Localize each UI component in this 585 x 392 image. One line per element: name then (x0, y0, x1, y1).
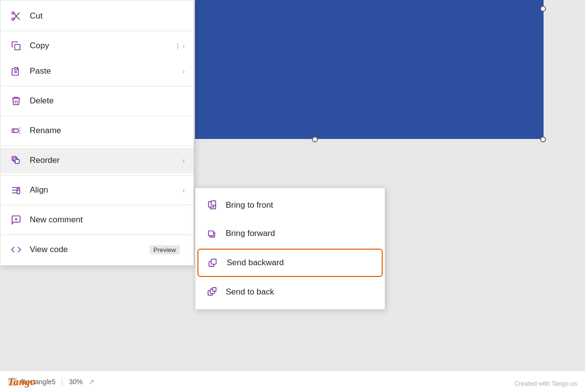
align-icon (9, 183, 23, 197)
svg-rect-26 (209, 231, 214, 236)
delete-icon (9, 94, 23, 108)
divider-7 (0, 235, 194, 235)
watermark: Created with Tango.us (514, 380, 577, 387)
handle-top-right[interactable] (540, 6, 546, 12)
svg-point-1 (12, 18, 14, 20)
submenu-item-bring-forward[interactable]: Bring forward (195, 219, 385, 248)
copy-shortcut: | (177, 42, 179, 50)
rename-icon (9, 124, 23, 137)
menu-item-align[interactable]: Align › (0, 177, 194, 203)
submenu-item-send-to-back[interactable]: Send to back (195, 278, 385, 306)
menu-item-reorder-label: Reorder (30, 156, 182, 165)
divider-2 (0, 86, 194, 86)
menu-item-cut-label: Cut (30, 11, 185, 21)
menu-item-delete-label: Delete (30, 96, 185, 106)
send-backward-icon (206, 256, 220, 270)
divider-4 (0, 145, 194, 146)
menu-item-new-comment-label: New comment (30, 215, 185, 225)
view-code-badge: Preview (150, 245, 180, 255)
context-menu: Cut Copy | › Paste › (0, 0, 194, 266)
zoom-level: 30% (69, 378, 82, 386)
submenu-send-backward-label: Send backward (227, 258, 284, 268)
comment-icon (9, 213, 23, 227)
menu-item-reorder[interactable]: Reorder › (0, 148, 194, 173)
menu-item-delete[interactable]: Delete (0, 88, 194, 114)
copy-icon (9, 39, 23, 53)
submenu-bring-forward-label: Bring forward (226, 229, 275, 238)
menu-item-paste[interactable]: Paste › (0, 59, 194, 84)
tango-logo: Tango (8, 375, 36, 388)
divider-5 (0, 175, 194, 176)
menu-item-rename-label: Rename (30, 126, 185, 136)
svg-rect-15 (15, 159, 19, 163)
send-back-icon (205, 285, 219, 299)
handle-bottom-center[interactable] (312, 137, 318, 142)
svg-rect-24 (211, 201, 215, 205)
svg-rect-19 (17, 188, 20, 194)
paste-icon (9, 64, 23, 78)
svg-point-0 (12, 12, 14, 14)
divider-3 (0, 116, 194, 116)
handle-bottom-right[interactable] (540, 137, 546, 142)
separator-1: | (61, 378, 63, 386)
menu-item-cut[interactable]: Cut (0, 3, 194, 29)
svg-rect-2 (15, 44, 20, 50)
bring-front-icon (205, 198, 219, 212)
menu-item-new-comment[interactable]: New comment (0, 207, 194, 233)
copy-arrow: › (182, 42, 185, 50)
divider-6 (0, 205, 194, 205)
reorder-arrow: › (182, 157, 185, 164)
paste-arrow: › (182, 67, 185, 75)
svg-rect-31 (213, 288, 216, 291)
bottom-bar: ⬜ Rectangle5 | 30% ↗ (0, 371, 585, 392)
menu-item-copy[interactable]: Copy | › (0, 33, 194, 59)
code-icon (9, 243, 23, 256)
submenu-item-bring-to-front[interactable]: Bring to front (195, 191, 385, 219)
menu-item-paste-label: Paste (30, 66, 182, 76)
blue-rectangle[interactable] (195, 0, 544, 139)
submenu-send-to-back-label: Send to back (226, 287, 274, 297)
menu-item-rename[interactable]: Rename (0, 118, 194, 143)
scissors-icon (9, 9, 23, 23)
submenu-item-send-backward[interactable]: Send backward (197, 249, 383, 277)
menu-item-view-code-label: View code (30, 245, 150, 255)
svg-rect-8 (12, 129, 19, 132)
menu-item-copy-label: Copy (30, 41, 177, 51)
bring-forward-icon (205, 227, 219, 240)
svg-rect-28 (211, 259, 216, 264)
divider-1 (0, 31, 194, 31)
submenu-bring-to-front-label: Bring to front (226, 200, 273, 210)
reorder-icon (9, 154, 23, 167)
menu-item-view-code[interactable]: View code Preview (0, 237, 194, 262)
menu-item-align-label: Align (30, 185, 182, 195)
expand-icon: ↗ (89, 378, 95, 386)
reorder-submenu: Bring to front Bring forward Send backwa… (195, 188, 385, 310)
align-arrow: › (182, 186, 185, 194)
